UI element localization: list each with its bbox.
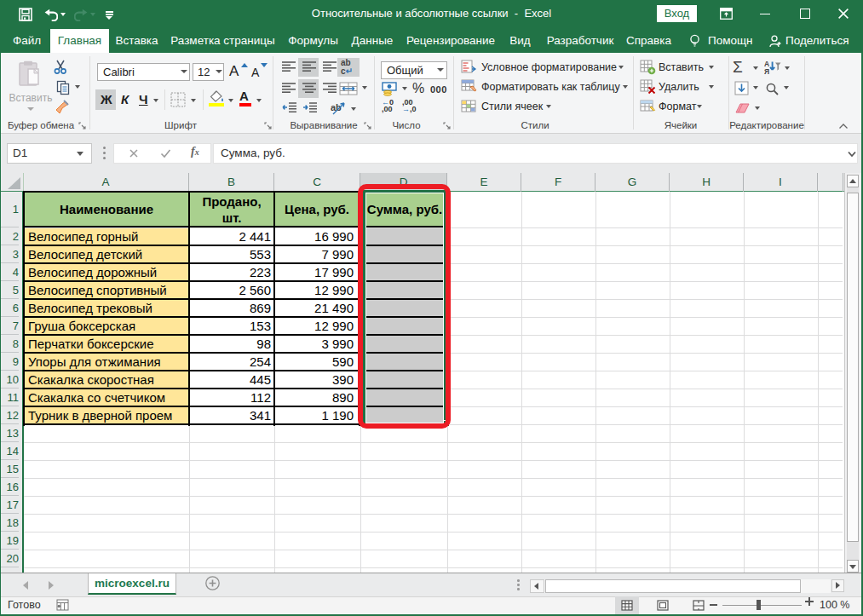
svg-text:Я: Я xyxy=(764,67,769,75)
